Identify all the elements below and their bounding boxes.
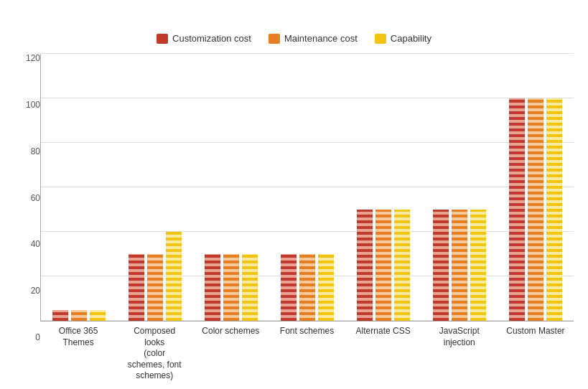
bars-area bbox=[40, 54, 574, 322]
x-label-6: Custom Master bbox=[498, 322, 574, 382]
bar-group-5 bbox=[421, 54, 498, 321]
x-label-0: Office 365Themes bbox=[40, 322, 116, 382]
bar-group-3 bbox=[269, 54, 345, 321]
bar-0-1 bbox=[71, 310, 87, 322]
x-label-5: JavaScriptinjection bbox=[421, 322, 498, 382]
legend-item-maintenance: Maintenance cost bbox=[269, 33, 358, 44]
bar-4-1 bbox=[375, 210, 391, 321]
bar-wrap-4-0 bbox=[357, 54, 373, 321]
legend-label-customization: Customization cost bbox=[172, 33, 251, 44]
y-label-20: 20 bbox=[31, 286, 40, 295]
y-axis: 020406080100120 bbox=[14, 54, 40, 382]
y-label-120: 120 bbox=[26, 54, 40, 62]
bar-wrap-4-2 bbox=[394, 54, 410, 321]
bar-3-2 bbox=[318, 254, 334, 321]
legend-item-capability: Capability bbox=[375, 33, 431, 44]
bar-wrap-2-2 bbox=[242, 54, 258, 321]
legend-swatch-customization bbox=[157, 34, 168, 44]
legend: Customization costMaintenance costCapabi… bbox=[157, 33, 431, 44]
bar-group-4 bbox=[345, 54, 421, 321]
chart-main: Office 365ThemesComposedlooks(colorschem… bbox=[40, 54, 574, 382]
legend-item-customization: Customization cost bbox=[157, 33, 251, 44]
bar-wrap-3-2 bbox=[318, 54, 334, 321]
legend-swatch-capability bbox=[375, 34, 386, 44]
bar-5-1 bbox=[452, 210, 467, 321]
bar-wrap-1-1 bbox=[147, 54, 163, 321]
bar-4-0 bbox=[357, 210, 373, 321]
bar-6-0 bbox=[509, 98, 525, 321]
bar-wrap-4-1 bbox=[375, 54, 391, 321]
bar-1-1 bbox=[147, 254, 163, 321]
x-label-3: Font schemes bbox=[269, 322, 345, 382]
bar-4-2 bbox=[394, 210, 410, 321]
y-label-0: 0 bbox=[35, 333, 40, 342]
bar-wrap-1-2 bbox=[166, 54, 182, 321]
bar-group-2 bbox=[193, 54, 269, 321]
bar-wrap-3-0 bbox=[281, 54, 297, 321]
bar-5-0 bbox=[433, 210, 449, 321]
bar-0-2 bbox=[90, 310, 106, 322]
x-label-1: Composedlooks(colorschemes, fontschemes) bbox=[116, 322, 192, 382]
y-label-100: 100 bbox=[26, 100, 40, 109]
bar-1-0 bbox=[129, 254, 144, 321]
bar-6-2 bbox=[546, 98, 562, 321]
chart-area: 020406080100120 Office 365ThemesComposed… bbox=[14, 54, 574, 382]
bar-wrap-0-2 bbox=[90, 54, 106, 321]
y-label-80: 80 bbox=[31, 147, 40, 156]
bar-wrap-5-2 bbox=[470, 54, 486, 321]
chart-container: Customization costMaintenance costCapabi… bbox=[0, 0, 588, 389]
bar-wrap-0-0 bbox=[52, 54, 68, 321]
bar-0-0 bbox=[52, 310, 68, 322]
groups-row bbox=[41, 54, 574, 321]
bar-wrap-6-2 bbox=[546, 54, 562, 321]
bar-5-2 bbox=[470, 210, 486, 321]
bar-wrap-5-0 bbox=[433, 54, 449, 321]
legend-swatch-maintenance bbox=[269, 34, 280, 44]
y-label-40: 40 bbox=[31, 240, 40, 248]
bar-6-1 bbox=[528, 98, 543, 321]
bar-3-0 bbox=[281, 254, 297, 321]
legend-label-maintenance: Maintenance cost bbox=[284, 33, 358, 44]
bar-wrap-2-1 bbox=[223, 54, 239, 321]
bar-wrap-6-1 bbox=[528, 54, 543, 321]
bar-wrap-1-0 bbox=[129, 54, 144, 321]
bar-2-2 bbox=[242, 254, 258, 321]
bar-3-1 bbox=[299, 254, 315, 321]
bar-2-1 bbox=[223, 254, 239, 321]
bar-wrap-2-0 bbox=[205, 54, 220, 321]
bar-wrap-5-1 bbox=[452, 54, 467, 321]
x-label-2: Color schemes bbox=[192, 322, 269, 382]
bar-group-6 bbox=[498, 54, 574, 321]
bar-1-2 bbox=[166, 232, 182, 321]
x-label-4: Alternate CSS bbox=[345, 322, 421, 382]
bar-wrap-0-1 bbox=[71, 54, 87, 321]
legend-label-capability: Capability bbox=[391, 33, 431, 44]
x-labels: Office 365ThemesComposedlooks(colorschem… bbox=[40, 322, 574, 382]
bar-2-0 bbox=[205, 254, 220, 321]
bar-wrap-6-0 bbox=[509, 54, 525, 321]
bar-group-1 bbox=[117, 54, 193, 321]
bar-wrap-3-1 bbox=[299, 54, 315, 321]
bar-group-0 bbox=[41, 54, 117, 321]
y-label-60: 60 bbox=[31, 194, 40, 202]
